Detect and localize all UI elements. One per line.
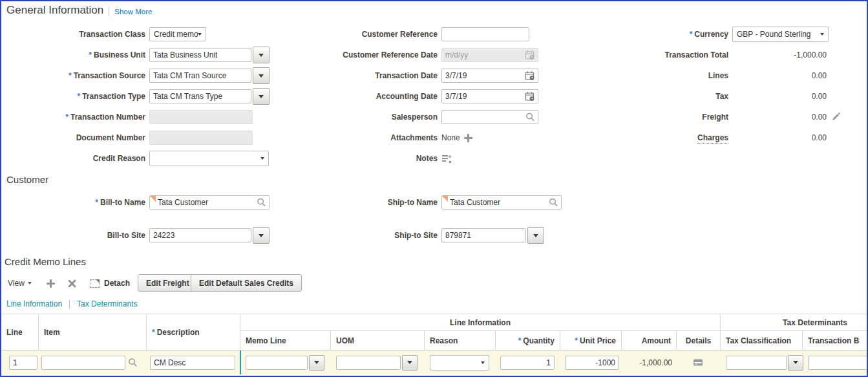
document-number-input	[149, 131, 253, 145]
column-header-reason: Reason	[425, 331, 496, 350]
add-attachment-icon[interactable]	[464, 134, 472, 142]
chevron-down-icon	[28, 282, 32, 285]
row-amount-value: -1,000.00	[622, 358, 672, 367]
transaction-total-row: Transaction Total -1,000.00	[586, 47, 827, 63]
accounting-date-input[interactable]	[441, 89, 538, 103]
transaction-class-row: Transaction Class Credit memo	[1, 26, 206, 43]
business-unit-input[interactable]	[149, 48, 251, 62]
salesperson-label: Salesperson	[392, 113, 438, 122]
edit-freight-pencil-icon[interactable]	[831, 112, 841, 122]
edit-freight-button[interactable]: Edit Freight	[138, 274, 198, 292]
row-uom-combo	[336, 355, 418, 371]
row-transaction-b-input[interactable]	[808, 356, 868, 370]
bill-to-name-input[interactable]	[149, 195, 270, 210]
row-uom-input[interactable]	[336, 356, 401, 370]
dropdown-arrow-icon	[407, 361, 412, 364]
freight-total-value: 0.00	[732, 113, 827, 122]
row-description-input[interactable]	[150, 356, 235, 370]
business-unit-dropdown-button[interactable]	[253, 47, 270, 63]
calendar-icon[interactable]	[525, 71, 535, 81]
notes-label: Notes	[416, 154, 438, 163]
calendar-icon[interactable]	[525, 92, 535, 102]
customer-reference-input[interactable]	[441, 27, 529, 41]
view-menu-label: View	[8, 279, 25, 288]
credit-reason-select[interactable]	[149, 151, 269, 166]
row-tax-classification-input[interactable]	[726, 356, 787, 370]
bill-to-name-field	[149, 195, 270, 210]
delete-row-button[interactable]	[68, 274, 76, 292]
attachments-label: Attachments	[390, 133, 438, 142]
create-note-icon[interactable]	[441, 154, 452, 164]
show-more-link[interactable]: Show More	[114, 8, 152, 16]
search-icon[interactable]	[525, 113, 535, 122]
transaction-source-combo	[149, 67, 270, 84]
search-icon[interactable]	[257, 198, 266, 208]
row-reason-select[interactable]	[430, 355, 489, 371]
credit-memo-lines-table: Line Item *Description Line Information …	[1, 314, 868, 374]
required-marker: *	[95, 198, 98, 207]
tax-total-row: Tax 0.00	[586, 88, 827, 105]
lines-total-value: 0.00	[732, 71, 827, 80]
column-header-amount: Amount	[622, 331, 677, 350]
row-unit-price-input[interactable]	[565, 356, 619, 370]
currency-select[interactable]: GBP - Pound Sterling	[732, 27, 829, 42]
edit-default-sales-credits-button[interactable]: Edit Default Sales Credits	[191, 274, 302, 292]
detach-label: Detach	[104, 279, 130, 288]
salesperson-input[interactable]	[441, 110, 538, 124]
row-uom-dropdown-button[interactable]	[402, 355, 418, 371]
customer-reference-date-label: Customer Reference Date	[343, 50, 438, 59]
transaction-number-input	[149, 110, 253, 124]
ship-to-site-dropdown-button[interactable]	[527, 227, 544, 244]
row-item-input[interactable]	[41, 356, 125, 370]
row-item-field	[41, 356, 138, 370]
required-marker: *	[78, 92, 81, 101]
transaction-date-label: Transaction Date	[375, 71, 438, 80]
dropdown-arrow-icon	[260, 157, 264, 160]
ship-to-site-input[interactable]	[441, 228, 526, 242]
transaction-date-row: Transaction Date	[295, 67, 538, 84]
row-memo-line-dropdown-button[interactable]	[309, 355, 324, 371]
tab-line-information[interactable]: Line Information	[6, 299, 62, 308]
row-quantity-input[interactable]	[500, 356, 555, 370]
row-details-icon[interactable]	[693, 358, 703, 367]
salesperson-field	[441, 110, 538, 124]
accounting-date-row: Accounting Date	[295, 88, 538, 105]
add-row-button[interactable]	[47, 274, 55, 292]
dropdown-arrow-icon	[793, 361, 798, 364]
page-title: General Information	[6, 4, 103, 17]
bill-to-site-input[interactable]	[149, 228, 251, 242]
row-memo-line-input[interactable]	[246, 356, 308, 370]
detach-button[interactable]: Detach	[90, 274, 130, 292]
search-icon[interactable]	[549, 198, 558, 208]
ship-to-name-input[interactable]	[441, 195, 562, 210]
row-tax-classification-dropdown-button[interactable]	[788, 355, 803, 371]
bill-to-site-dropdown-button[interactable]	[253, 227, 270, 244]
transaction-type-dropdown-button[interactable]	[253, 88, 270, 105]
close-icon	[68, 279, 76, 288]
row-tax-classification-combo	[726, 355, 803, 371]
transaction-source-dropdown-button[interactable]	[253, 67, 270, 84]
transaction-date-input[interactable]	[441, 69, 538, 83]
customer-reference-date-input	[441, 48, 538, 62]
transaction-class-select[interactable]: Credit memo	[149, 27, 206, 41]
column-header-quantity: *Quantity	[496, 331, 560, 350]
table-row: -1,000.00	[1, 350, 868, 374]
transaction-type-combo	[149, 88, 270, 105]
lines-total-row: Lines 0.00	[586, 67, 827, 84]
required-marker: *	[575, 336, 578, 345]
charges-link[interactable]: Charges	[697, 133, 728, 144]
transaction-date-field	[441, 69, 538, 83]
credit-memo-page: General Information Show More Transactio…	[0, 0, 868, 377]
dropdown-arrow-icon	[314, 361, 319, 364]
transaction-type-input[interactable]	[149, 89, 251, 103]
charges-total-value: 0.00	[732, 133, 827, 142]
column-header-unit-price: *Unit Price	[560, 331, 622, 350]
dropdown-arrow-icon	[259, 74, 264, 78]
tab-tax-determinants[interactable]: Tax Determinants	[77, 299, 137, 308]
row-line-number-input[interactable]	[9, 356, 37, 370]
detach-icon	[90, 279, 100, 288]
required-marker: *	[690, 30, 693, 39]
transaction-source-input[interactable]	[149, 69, 251, 83]
view-menu-button[interactable]: View	[8, 274, 32, 292]
search-icon[interactable]	[128, 358, 138, 367]
